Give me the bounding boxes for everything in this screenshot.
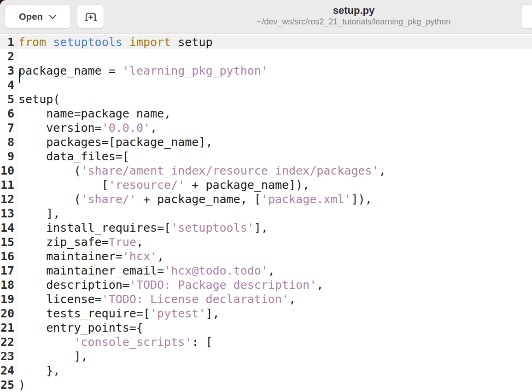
code-line-text: entry_points={	[17, 321, 143, 335]
code-editor[interactable]: 1from setuptools import setup23package_n…	[0, 34, 532, 392]
line-number: 3	[0, 64, 17, 78]
line-number: 9	[0, 149, 17, 164]
window-title: setup.py	[333, 5, 374, 17]
code-line[interactable]: 23 ],	[0, 349, 532, 363]
code-line-text: tests_require=['pytest'],	[17, 306, 220, 321]
code-line[interactable]: 5setup(	[0, 92, 532, 106]
line-number: 13	[0, 206, 17, 221]
code-line-text: ],	[17, 349, 88, 363]
code-line-text: version='0.0.0',	[17, 121, 157, 135]
text-cursor	[19, 70, 20, 83]
code-line-text: 'console_scripts': [	[17, 335, 212, 349]
code-line[interactable]: 2	[0, 49, 532, 64]
code-line[interactable]: 6 name=package_name,	[0, 106, 532, 121]
line-number: 7	[0, 121, 17, 135]
line-number: 4	[0, 78, 17, 92]
code-line-text: )	[17, 378, 25, 392]
code-line-text: },	[17, 363, 60, 378]
line-number: 18	[0, 278, 17, 292]
gedit-window: Open setup.py ~/dev_ws/src/ros2_21_tutor…	[0, 0, 532, 392]
line-number: 10	[0, 164, 17, 178]
code-line[interactable]: 4	[0, 78, 532, 92]
code-line-text: maintainer='hcx',	[17, 249, 164, 263]
code-line[interactable]: 15 zip_safe=True,	[0, 235, 532, 249]
cut-off-right-button[interactable]	[521, 5, 532, 29]
new-tab-button[interactable]	[77, 5, 104, 29]
code-line[interactable]: 10 ('share/ament_index/resource_index/pa…	[0, 164, 532, 178]
code-line-text: ],	[17, 206, 60, 221]
code-line[interactable]: 9 data_files=[	[0, 149, 532, 164]
code-line[interactable]: 19 license='TODO: License declaration',	[0, 292, 532, 306]
code-line-text: packages=[package_name],	[17, 135, 212, 149]
code-line[interactable]: 18 description='TODO: Package descriptio…	[0, 278, 532, 292]
code-line[interactable]: 14 install_requires=['setuptools'],	[0, 221, 532, 235]
line-number: 11	[0, 178, 17, 192]
line-number: 17	[0, 263, 17, 278]
code-line-text: maintainer_email='hcx@todo.todo',	[17, 263, 275, 278]
open-button[interactable]: Open	[5, 5, 71, 29]
code-line[interactable]: 7 version='0.0.0',	[0, 121, 532, 135]
code-line-text: ('share/ament_index/resource_index/packa…	[17, 164, 386, 178]
code-line-text: description='TODO: Package description',	[17, 278, 323, 292]
line-number: 16	[0, 249, 17, 263]
line-number: 23	[0, 349, 17, 363]
code-line[interactable]: 25)	[0, 378, 532, 392]
code-line-text: data_files=[	[17, 149, 129, 164]
line-number: 5	[0, 92, 17, 106]
code-line[interactable]: 13 ],	[0, 206, 532, 221]
code-line[interactable]: 24 },	[0, 363, 532, 378]
code-line[interactable]: 22 'console_scripts': [	[0, 335, 532, 349]
line-number: 22	[0, 335, 17, 349]
chevron-down-icon	[48, 14, 57, 19]
code-line[interactable]: 16 maintainer='hcx',	[0, 249, 532, 263]
line-number: 20	[0, 306, 17, 321]
code-line-text: package_name = 'learning_pkg_python'	[17, 64, 268, 78]
line-number: 2	[0, 49, 17, 64]
code-line[interactable]: 3package_name = 'learning_pkg_python'	[0, 64, 532, 78]
line-number: 15	[0, 235, 17, 249]
code-line[interactable]: 20 tests_require=['pytest'],	[0, 306, 532, 321]
line-number: 14	[0, 221, 17, 235]
code-line-text	[17, 49, 18, 64]
code-line-text: from setuptools import setup	[17, 35, 212, 49]
code-line-text: setup(	[17, 92, 60, 106]
line-number: 8	[0, 135, 17, 149]
code-line-text: ('share/' + package_name, ['package.xml'…	[17, 192, 372, 206]
line-number: 12	[0, 192, 17, 206]
code-line[interactable]: 21 entry_points={	[0, 321, 532, 335]
open-button-label: Open	[19, 12, 43, 22]
header-bar: Open setup.py ~/dev_ws/src/ros2_21_tutor…	[0, 0, 532, 34]
code-line-text: license='TODO: License declaration',	[17, 292, 296, 306]
code-line-text: ['resource/' + package_name]),	[17, 178, 310, 192]
code-line[interactable]: 1from setuptools import setup	[0, 35, 532, 49]
code-line[interactable]: 12 ('share/' + package_name, ['package.x…	[0, 192, 532, 206]
code-line[interactable]: 11 ['resource/' + package_name]),	[0, 178, 532, 192]
line-number: 1	[0, 35, 17, 49]
line-number: 21	[0, 321, 17, 335]
file-path-subtitle: ~/dev_ws/src/ros2_21_tutorials/learning_…	[257, 17, 451, 27]
line-number: 6	[0, 106, 17, 121]
code-line[interactable]: 17 maintainer_email='hcx@todo.todo',	[0, 263, 532, 278]
line-number: 25	[0, 378, 17, 392]
code-line-text	[17, 78, 18, 92]
tab-new-icon	[84, 10, 98, 23]
code-line-text: name=package_name,	[17, 106, 171, 121]
code-line-text: install_requires=['setuptools'],	[17, 221, 268, 235]
code-line-text: zip_safe=True,	[17, 235, 143, 249]
line-number: 19	[0, 292, 17, 306]
line-number: 24	[0, 363, 17, 378]
code-line[interactable]: 8 packages=[package_name],	[0, 135, 532, 149]
